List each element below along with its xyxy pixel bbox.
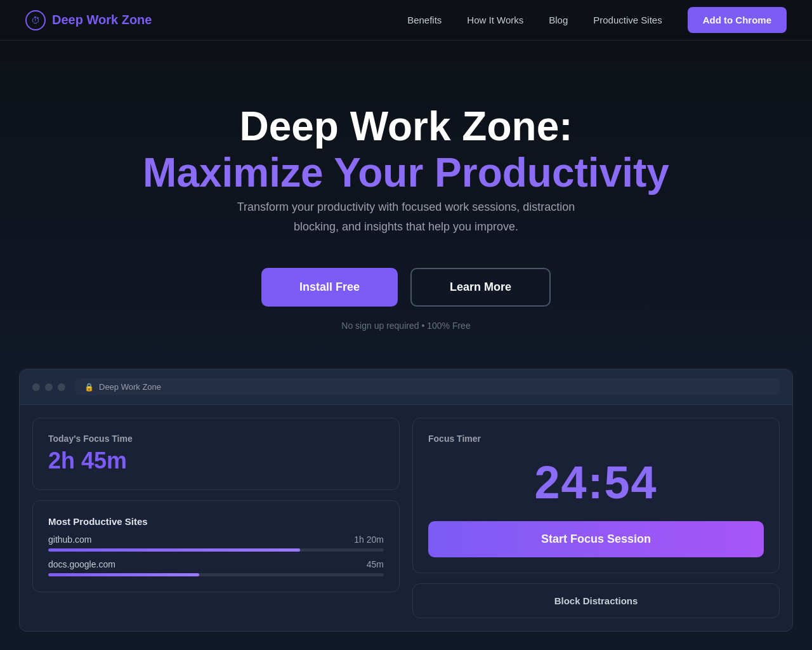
left-column: Today's Focus Time 2h 45m Most Productiv… bbox=[32, 418, 400, 618]
brand-icon: ⏱ bbox=[25, 10, 46, 30]
progress-bar-docs-bg bbox=[48, 573, 384, 576]
focus-time-label: Today's Focus Time bbox=[48, 434, 384, 444]
browser-addressbar: 🔒 Deep Work Zone bbox=[75, 378, 780, 395]
focus-timer-card: Focus Timer 24:54 Start Focus Session bbox=[412, 418, 780, 573]
lock-icon: 🔒 bbox=[84, 383, 94, 392]
dot-red bbox=[32, 383, 40, 391]
nav-benefits[interactable]: Benefits bbox=[407, 15, 442, 25]
block-distractions-card: Block Distractions bbox=[412, 583, 780, 618]
productive-sites-card: Most Productive Sites github.com 1h 20m … bbox=[32, 500, 400, 592]
navbar: ⏱ Deep Work Zone Benefits How It Works B… bbox=[0, 0, 812, 41]
address-text: Deep Work Zone bbox=[99, 382, 161, 392]
site-name-github: github.com bbox=[48, 534, 91, 545]
list-item: docs.google.com 45m bbox=[48, 559, 384, 576]
brand: ⏱ Deep Work Zone bbox=[25, 10, 152, 30]
right-column: Focus Timer 24:54 Start Focus Session Bl… bbox=[412, 418, 780, 618]
hero-buttons: Install Free Learn More bbox=[261, 268, 551, 307]
focus-time-card: Today's Focus Time 2h 45m bbox=[32, 418, 400, 490]
progress-bar-docs-fill bbox=[48, 573, 199, 576]
brand-name: Deep Work Zone bbox=[52, 13, 152, 27]
hero-title-line2: Maximize Your Productivity bbox=[143, 150, 669, 196]
start-focus-session-button[interactable]: Start Focus Session bbox=[428, 521, 764, 557]
hero-disclaimer: No sign up required • 100% Free bbox=[341, 321, 470, 331]
list-item: github.com 1h 20m bbox=[48, 534, 384, 552]
progress-bar-github-fill bbox=[48, 548, 300, 552]
progress-bar-github-bg bbox=[48, 548, 384, 552]
focus-timer-title: Focus Timer bbox=[428, 434, 764, 444]
learn-more-button[interactable]: Learn More bbox=[410, 268, 551, 307]
browser-section: 🔒 Deep Work Zone Today's Focus Time 2h 4… bbox=[0, 369, 812, 650]
browser-window: 🔒 Deep Work Zone Today's Focus Time 2h 4… bbox=[19, 369, 793, 632]
hero-subtitle: Transform your productivity with focused… bbox=[235, 197, 577, 236]
dot-yellow bbox=[45, 383, 53, 391]
nav-productive-sites[interactable]: Productive Sites bbox=[593, 15, 662, 25]
timer-display: 24:54 bbox=[428, 456, 764, 508]
navbar-nav: Benefits How It Works Blog Productive Si… bbox=[407, 7, 787, 33]
site-name-docs: docs.google.com bbox=[48, 559, 115, 569]
block-distractions-label: Block Distractions bbox=[554, 595, 638, 606]
browser-topbar: 🔒 Deep Work Zone bbox=[20, 369, 792, 405]
productive-sites-title: Most Productive Sites bbox=[48, 516, 384, 527]
dot-green bbox=[58, 383, 65, 391]
focus-time-value: 2h 45m bbox=[48, 448, 384, 474]
install-free-button[interactable]: Install Free bbox=[261, 268, 398, 307]
nav-how-it-works[interactable]: How It Works bbox=[467, 15, 523, 25]
browser-dots bbox=[32, 383, 65, 391]
hero-section: Deep Work Zone: Maximize Your Productivi… bbox=[0, 41, 812, 369]
hero-title: Deep Work Zone: Maximize Your Productivi… bbox=[143, 104, 669, 197]
browser-content: Today's Focus Time 2h 45m Most Productiv… bbox=[20, 405, 792, 631]
nav-blog[interactable]: Blog bbox=[549, 15, 568, 25]
hero-title-line1: Deep Work Zone: bbox=[239, 103, 572, 149]
site-time-docs: 45m bbox=[367, 559, 384, 569]
add-to-chrome-button[interactable]: Add to Chrome bbox=[688, 7, 787, 33]
site-time-github: 1h 20m bbox=[354, 534, 384, 545]
